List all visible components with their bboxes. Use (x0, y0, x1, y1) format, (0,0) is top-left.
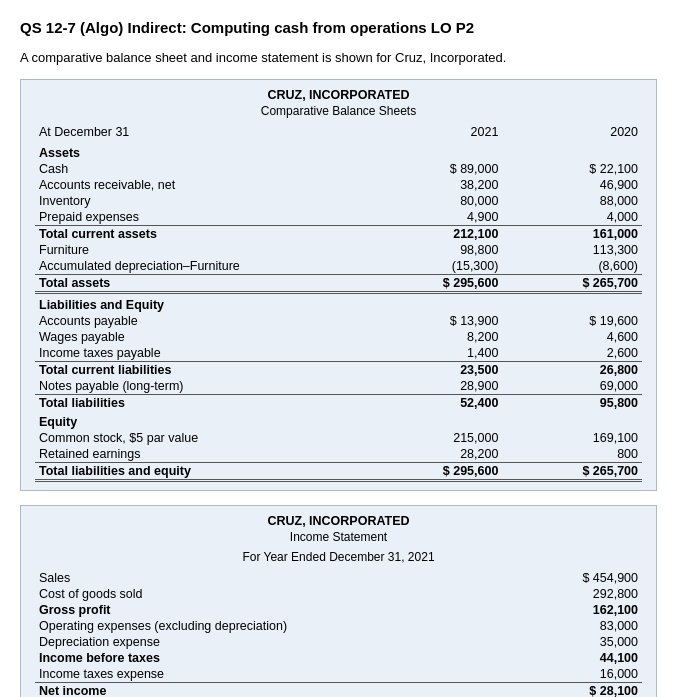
is-row-label: Depreciation expense (35, 634, 399, 650)
row-label: Total current assets (35, 225, 369, 242)
balance-sheet-table: At December 31 2021 2020 Assets Cash $ 8… (35, 124, 642, 482)
row-col1: $ 89,000 (369, 161, 503, 177)
row-col1: 215,000 (369, 430, 503, 446)
row-label: Total liabilities and equity (35, 462, 369, 480)
table-row: Inventory 80,000 88,000 (35, 193, 642, 209)
row-label: Prepaid expenses (35, 209, 369, 226)
row-label: Total assets (35, 274, 369, 292)
row-col2: $ 19,600 (502, 313, 642, 329)
row-col2: 2,600 (502, 345, 642, 362)
table-row: Common stock, $5 par value 215,000 169,1… (35, 430, 642, 446)
is-title: Income Statement (35, 530, 642, 544)
is-row-value: 292,800 (399, 586, 642, 602)
page-title: QS 12-7 (Algo) Indirect: Computing cash … (20, 18, 657, 38)
section-header: Equity (35, 411, 642, 430)
table-row: Equity (35, 411, 642, 430)
row-col2: 46,900 (502, 177, 642, 193)
bs-company: CRUZ, INCORPORATED (35, 88, 642, 102)
row-col1: 28,900 (369, 378, 503, 395)
bs-date-label: At December 31 (35, 124, 369, 142)
is-row-label: Net income (35, 682, 399, 697)
table-row: Total liabilities 52,400 95,800 (35, 394, 642, 411)
is-row-value: $ 454,900 (399, 570, 642, 586)
row-label: Common stock, $5 par value (35, 430, 369, 446)
row-col2: 800 (502, 446, 642, 463)
row-col1: (15,300) (369, 258, 503, 275)
bs-title: Comparative Balance Sheets (35, 104, 642, 118)
table-row: Prepaid expenses 4,900 4,000 (35, 209, 642, 226)
row-label: Furniture (35, 242, 369, 258)
table-row: Wages payable 8,200 4,600 (35, 329, 642, 345)
row-col2: $ 265,700 (502, 274, 642, 292)
is-row-value: 16,000 (399, 666, 642, 683)
bs-col2-header: 2020 (502, 124, 642, 142)
row-col2: 169,100 (502, 430, 642, 446)
table-row: Total current assets 212,100 161,000 (35, 225, 642, 242)
section-header: Liabilities and Equity (35, 292, 642, 313)
row-col2: 95,800 (502, 394, 642, 411)
table-row: Income before taxes 44,100 (35, 650, 642, 666)
table-row: Accumulated depreciation–Furniture (15,3… (35, 258, 642, 275)
row-col2: 4,600 (502, 329, 642, 345)
bs-col1-header: 2021 (369, 124, 503, 142)
row-col1: 4,900 (369, 209, 503, 226)
is-row-value: $ 28,100 (399, 682, 642, 697)
row-label: Notes payable (long-term) (35, 378, 369, 395)
row-col1: 23,500 (369, 361, 503, 378)
is-company: CRUZ, INCORPORATED (35, 514, 642, 528)
row-col2: 88,000 (502, 193, 642, 209)
row-col2: 4,000 (502, 209, 642, 226)
is-row-label: Cost of goods sold (35, 586, 399, 602)
income-statement-table: Sales $ 454,900 Cost of goods sold 292,8… (35, 570, 642, 698)
row-col1: $ 13,900 (369, 313, 503, 329)
table-row: Operating expenses (excluding depreciati… (35, 618, 642, 634)
row-col2: 161,000 (502, 225, 642, 242)
table-row: Liabilities and Equity (35, 292, 642, 313)
is-row-value: 162,100 (399, 602, 642, 618)
row-col1: 80,000 (369, 193, 503, 209)
table-row: Gross profit 162,100 (35, 602, 642, 618)
row-col1: 1,400 (369, 345, 503, 362)
table-row: Notes payable (long-term) 28,900 69,000 (35, 378, 642, 395)
is-row-label: Gross profit (35, 602, 399, 618)
row-col2: 69,000 (502, 378, 642, 395)
row-col1: $ 295,600 (369, 274, 503, 292)
row-label: Total current liabilities (35, 361, 369, 378)
is-row-label: Operating expenses (excluding depreciati… (35, 618, 399, 634)
table-row: Income taxes payable 1,400 2,600 (35, 345, 642, 362)
row-label: Accounts payable (35, 313, 369, 329)
row-col1: 98,800 (369, 242, 503, 258)
is-row-value: 44,100 (399, 650, 642, 666)
row-label: Wages payable (35, 329, 369, 345)
is-row-label: Income taxes expense (35, 666, 399, 683)
balance-sheet-container: CRUZ, INCORPORATED Comparative Balance S… (20, 79, 657, 491)
table-row: Cash $ 89,000 $ 22,100 (35, 161, 642, 177)
is-row-value: 83,000 (399, 618, 642, 634)
row-label: Income taxes payable (35, 345, 369, 362)
row-col1: 8,200 (369, 329, 503, 345)
section-header: Assets (35, 142, 642, 161)
is-row-label: Sales (35, 570, 399, 586)
row-label: Accumulated depreciation–Furniture (35, 258, 369, 275)
row-col1: 28,200 (369, 446, 503, 463)
row-col2: $ 22,100 (502, 161, 642, 177)
row-col1: 38,200 (369, 177, 503, 193)
table-row: Accounts payable $ 13,900 $ 19,600 (35, 313, 642, 329)
row-label: Retained earnings (35, 446, 369, 463)
table-row: Depreciation expense 35,000 (35, 634, 642, 650)
row-col2: (8,600) (502, 258, 642, 275)
table-row: Retained earnings 28,200 800 (35, 446, 642, 463)
row-col1: $ 295,600 (369, 462, 503, 480)
row-label: Total liabilities (35, 394, 369, 411)
is-row-value: 35,000 (399, 634, 642, 650)
table-row: Income taxes expense 16,000 (35, 666, 642, 683)
table-row: Assets (35, 142, 642, 161)
row-col2: 113,300 (502, 242, 642, 258)
table-row: Furniture 98,800 113,300 (35, 242, 642, 258)
table-row: Accounts receivable, net 38,200 46,900 (35, 177, 642, 193)
row-col2: 26,800 (502, 361, 642, 378)
row-col1: 52,400 (369, 394, 503, 411)
row-label: Inventory (35, 193, 369, 209)
table-row: Cost of goods sold 292,800 (35, 586, 642, 602)
is-subtitle: For Year Ended December 31, 2021 (35, 550, 642, 564)
